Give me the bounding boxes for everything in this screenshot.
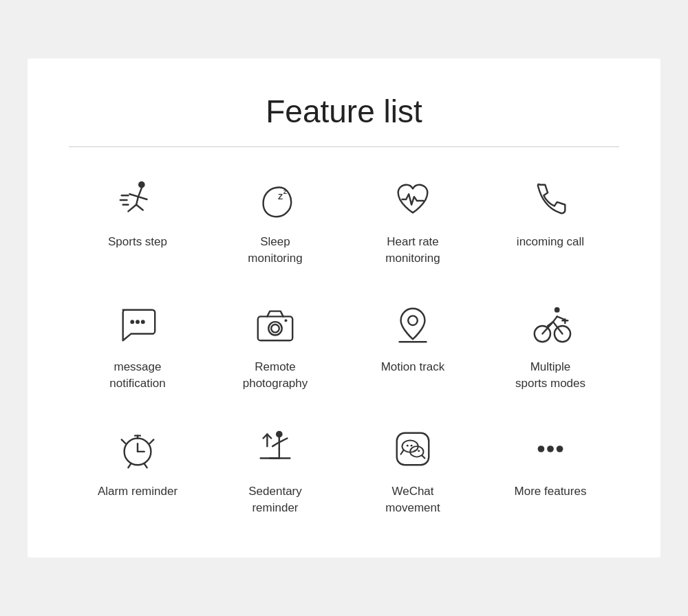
heart-rate-label: Heart ratemonitoring [385, 234, 440, 267]
svg-line-6 [138, 197, 147, 199]
svg-text:Z: Z [278, 192, 283, 201]
message-icon [113, 300, 162, 349]
svg-rect-15 [258, 316, 292, 340]
page-title: Feature list [69, 93, 619, 130]
svg-rect-50 [397, 433, 429, 465]
remote-photography-label: Remotephotography [243, 359, 308, 392]
feature-heart-rate: Heart ratemonitoring [344, 175, 482, 267]
svg-text:Z: Z [283, 188, 288, 195]
more-features-label: More features [515, 483, 587, 500]
phone-icon [526, 175, 575, 224]
feature-more: More features [482, 424, 619, 516]
feature-wechat: WeChatmovement [344, 424, 482, 516]
sports-step-label: Sports step [108, 234, 167, 250]
sleep-monitoring-label: Sleepmonitoring [248, 234, 302, 267]
svg-line-27 [557, 316, 564, 319]
svg-point-17 [271, 324, 279, 333]
heartrate-icon [388, 175, 438, 224]
svg-line-45 [272, 443, 279, 447]
svg-line-34 [122, 440, 126, 444]
svg-line-26 [553, 316, 557, 322]
svg-point-61 [557, 446, 563, 452]
feature-sedentary-reminder: Sedentaryreminder [206, 424, 344, 516]
svg-line-2 [129, 194, 138, 197]
svg-point-13 [136, 320, 140, 324]
svg-line-33 [144, 464, 147, 468]
sedentary-icon [250, 424, 300, 474]
svg-point-21 [555, 307, 560, 313]
multiple-sports-label: Multiplesports modes [515, 359, 585, 392]
feature-sleep-monitoring: Z Z Sleepmonitoring [206, 175, 344, 267]
feature-motion-track: Motion track [344, 300, 482, 392]
svg-line-4 [128, 205, 136, 212]
svg-point-59 [538, 446, 545, 452]
cycling-icon [526, 300, 575, 349]
svg-point-14 [141, 320, 145, 324]
incoming-call-label: incoming call [517, 234, 584, 250]
sleep-icon: Z Z [250, 175, 300, 224]
wechat-label: WeChatmovement [385, 483, 440, 516]
motion-track-label: Motion track [381, 359, 445, 375]
feature-incoming-call: incoming call [482, 175, 619, 267]
camera-icon [250, 300, 300, 349]
svg-point-57 [413, 450, 416, 452]
divider [69, 146, 619, 147]
features-grid: Sports step Z Z Sleepmonitoring Heart r [69, 175, 619, 516]
sedentary-reminder-label: Sedentaryreminder [248, 483, 302, 516]
more-icon [526, 424, 575, 474]
svg-point-0 [138, 182, 145, 188]
running-icon [113, 175, 162, 224]
feature-remote-photography: Remotephotography [206, 300, 344, 392]
svg-point-55 [407, 445, 409, 447]
feature-alarm-reminder: Alarm reminder [69, 424, 206, 516]
svg-point-12 [130, 320, 134, 324]
message-notification-label: messagenotification [109, 359, 165, 392]
svg-point-19 [408, 316, 418, 325]
alarm-icon [113, 424, 162, 474]
wechat-icon [388, 424, 438, 474]
svg-point-60 [547, 446, 554, 452]
svg-line-1 [138, 188, 142, 197]
svg-point-40 [276, 431, 283, 438]
svg-point-18 [285, 319, 288, 322]
svg-line-5 [136, 205, 143, 210]
feature-multiple-sports: Multiplesports modes [482, 300, 619, 392]
svg-line-32 [128, 464, 131, 468]
feature-message-notification: messagenotification [69, 300, 206, 392]
svg-line-35 [149, 440, 153, 444]
feature-list-card: Feature list [28, 58, 660, 558]
svg-line-3 [136, 197, 138, 205]
alarm-reminder-label: Alarm reminder [98, 483, 178, 500]
feature-sports-step: Sports step [69, 175, 206, 267]
svg-line-44 [279, 439, 288, 443]
svg-line-54 [422, 456, 425, 459]
svg-point-56 [411, 445, 413, 447]
svg-line-52 [401, 450, 404, 454]
location-icon [388, 300, 438, 349]
svg-point-58 [418, 450, 420, 452]
